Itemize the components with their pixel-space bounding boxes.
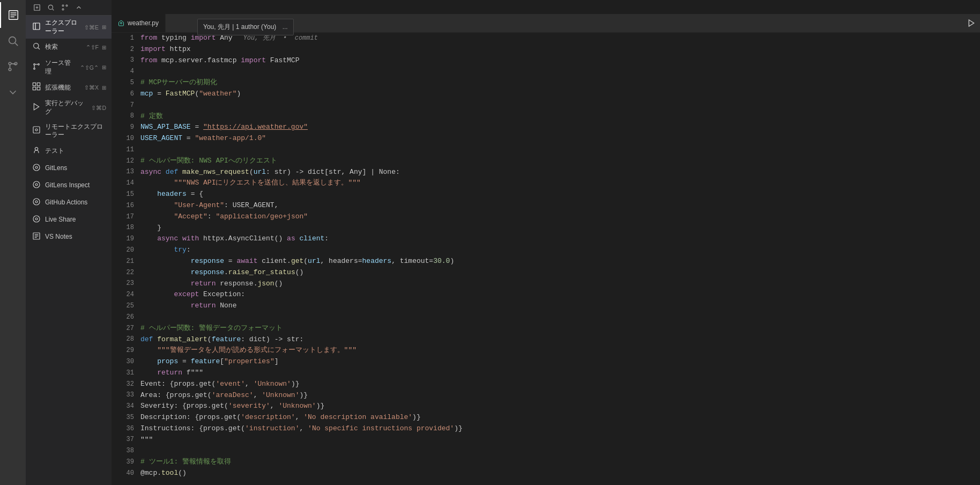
source-control-sidebar-icon[interactable]: [58, 2, 72, 13]
gitlens-label: GitLens: [45, 164, 106, 173]
code-line-40: @mcp.tool(): [140, 468, 980, 479]
code-line-24: except Exception:: [140, 289, 980, 300]
svg-rect-32: [33, 127, 40, 133]
sidebar-item-debug[interactable]: 実行とデバッグ ⇧⌘D: [26, 96, 112, 119]
code-line-15: headers = {: [140, 189, 980, 200]
line-number-11: 11: [120, 144, 134, 156]
svg-rect-29: [37, 87, 40, 90]
sidebar-item-test[interactable]: テスト: [26, 143, 112, 160]
line-number-3: 3: [120, 55, 134, 67]
sidebar-item-extensions[interactable]: 拡張機能 ⇧⌘X ⊞: [26, 79, 112, 96]
svg-point-38: [35, 183, 38, 186]
svg-point-41: [33, 216, 40, 222]
line-number-32: 32: [120, 379, 134, 390]
sidebar: エクスプローラー ⇧⌘E ⊞ 検索 ⌃⇧F ⊞ ソース管理 ⌃⇧G⌃ ⊞ 拡張機…: [26, 0, 112, 485]
line-number-22: 22: [120, 267, 134, 278]
source-control-icon[interactable]: [0, 54, 26, 79]
line-number-7: 7: [120, 100, 134, 111]
code-line-16: "User-Agent": USER_AGENT,: [140, 200, 980, 211]
extensions-label: 拡張機能: [45, 84, 81, 92]
svg-point-36: [35, 166, 38, 168]
svg-point-4: [9, 37, 16, 44]
svg-point-13: [48, 5, 53, 9]
sidebar-item-search[interactable]: 検索 ⌃⇧F ⊞: [26, 39, 112, 56]
github-actions-label: GitHub Actions: [45, 199, 106, 207]
svg-point-33: [35, 129, 38, 131]
sidebar-item-remote-explorer[interactable]: リモートエクスプローラー: [26, 120, 112, 143]
editor-tab-weather[interactable]: weather.py: [112, 14, 166, 32]
code-line-25: return None: [140, 300, 980, 312]
code-line-12: # ヘルパー関数: NWS APIへのリクエスト: [140, 156, 980, 167]
code-line-35: Description: {props.get('description', '…: [140, 412, 980, 423]
line-number-18: 18: [120, 223, 134, 234]
search-sidebar-icon[interactable]: [44, 2, 58, 13]
sidebar-item-vs-notes[interactable]: VS Notes: [26, 229, 112, 246]
code-line-17: "Accept": "application/geo+json": [140, 211, 980, 223]
code-line-2: import httpx: [140, 44, 980, 55]
sidebar-item-explorer[interactable]: エクスプローラー ⇧⌘E ⊞: [26, 16, 112, 39]
code-line-37: """: [140, 435, 980, 446]
line-number-37: 37: [120, 435, 134, 446]
code-line-19: async with httpx.AsyncClient() as client…: [140, 233, 980, 245]
debug-label: 実行とデバッグ: [45, 99, 88, 116]
line-number-4: 4: [120, 66, 134, 77]
search-icon[interactable]: [0, 28, 26, 54]
sidebar-top-bar: [26, 0, 112, 16]
code-line-4: [140, 66, 980, 77]
line-number-25: 25: [120, 300, 134, 312]
svg-point-39: [33, 199, 40, 205]
activity-bar: [0, 0, 26, 485]
commit-popup-dots[interactable]: ...: [283, 23, 288, 31]
search-pin[interactable]: ⊞: [102, 45, 106, 50]
svg-line-21: [38, 48, 40, 49]
sidebar-item-github-actions[interactable]: GitHub Actions: [26, 194, 112, 211]
sidebar-item-source-control[interactable]: ソース管理 ⌃⇧G⌃ ⊞: [26, 56, 112, 79]
run-button[interactable]: [967, 19, 976, 27]
code-line-23: return response.json(): [140, 278, 980, 290]
svg-point-42: [35, 218, 38, 220]
line-number-28: 28: [120, 334, 134, 346]
commit-popup-author: You, 先月 | 1 author (You): [203, 23, 276, 31]
search-sidebar-icon: [31, 42, 42, 53]
commit-popup: You, 先月 | 1 author (You) ...: [197, 19, 294, 35]
svg-rect-28: [37, 83, 40, 86]
code-line-5: # MCPサーバーの初期化: [140, 77, 980, 89]
source-control-pin[interactable]: ⊞: [102, 64, 106, 70]
explorer-icon: [31, 22, 42, 33]
svg-point-22: [34, 63, 35, 65]
sidebar-item-gitlens[interactable]: GitLens: [26, 160, 112, 177]
code-line-14: """NWS APIにリクエストを送信し、結果を返します。""": [140, 178, 980, 189]
code-line-31: return f""": [140, 368, 980, 379]
code-line-39: # ツール1: 警報情報を取得: [140, 457, 980, 468]
explorer-pin[interactable]: ⊞: [102, 24, 106, 30]
files-icon[interactable]: [0, 2, 26, 28]
extensions-pin[interactable]: ⊞: [102, 85, 106, 91]
line-number-8: 8: [120, 111, 134, 122]
svg-line-14: [52, 9, 54, 10]
line-number-31: 31: [120, 368, 134, 379]
svg-rect-3: [11, 17, 14, 17]
new-file-icon[interactable]: [30, 2, 44, 13]
code-editor[interactable]: 1234567891011121314151617181920212223242…: [112, 33, 980, 485]
line-number-23: 23: [120, 278, 134, 290]
svg-point-7: [9, 68, 11, 71]
github-actions-icon: [31, 197, 42, 208]
line-numbers: 1234567891011121314151617181920212223242…: [112, 33, 138, 485]
line-number-29: 29: [120, 345, 134, 356]
line-number-33: 33: [120, 390, 134, 401]
line-number-26: 26: [120, 312, 134, 323]
code-line-22: response.raise_for_status(): [140, 267, 980, 278]
svg-rect-1: [11, 12, 17, 13]
gitlens-inspect-icon: [31, 180, 42, 191]
sidebar-item-gitlens-inspect[interactable]: GitLens Inspect: [26, 177, 112, 194]
gitlens-inspect-label: GitLens Inspect: [45, 181, 106, 190]
svg-point-47: [121, 23, 122, 24]
line-number-20: 20: [120, 245, 134, 256]
collapse-icon[interactable]: [0, 79, 26, 105]
code-line-18: }: [140, 223, 980, 234]
code-line-21: response = await client.get(url, headers…: [140, 256, 980, 267]
explorer-label: エクスプローラー: [45, 19, 81, 35]
svg-point-6: [9, 62, 11, 65]
chevron-up-icon[interactable]: [72, 2, 86, 13]
sidebar-item-live-share[interactable]: Live Share: [26, 211, 112, 229]
